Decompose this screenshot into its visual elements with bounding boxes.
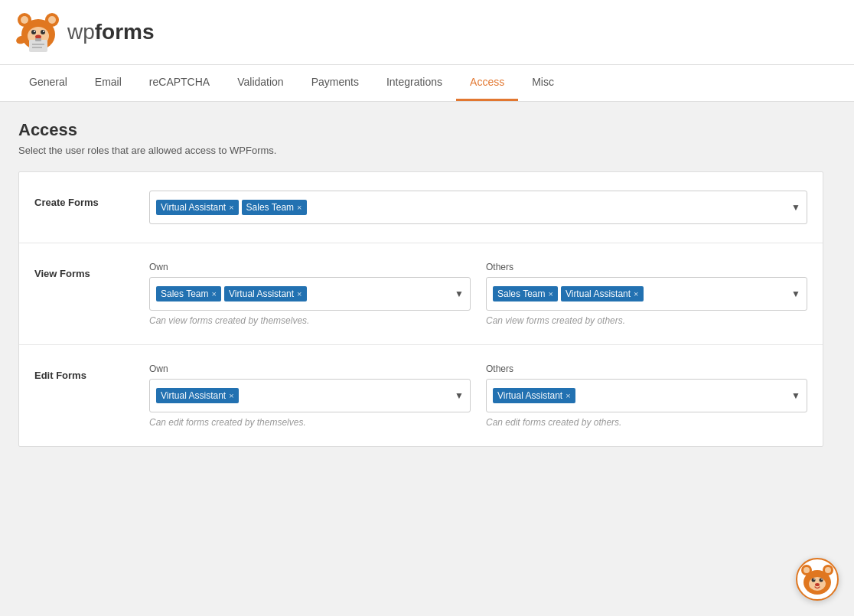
view-forms-own-select[interactable]: Sales Team × Virtual Assistant × ▼ <box>149 277 471 311</box>
create-forms-fields: Virtual Assistant × Sales Team × ▼ <box>149 191 807 224</box>
tab-misc[interactable]: Misc <box>518 65 568 101</box>
tag-close-virtual-assistant[interactable]: × <box>229 203 233 212</box>
tag-edit-others-virtual-assistant: Virtual Assistant × <box>493 388 575 403</box>
content-area: Access Select the user roles that are al… <box>0 102 842 465</box>
svg-rect-12 <box>29 40 47 52</box>
edit-forms-label: Edit Forms <box>34 363 134 381</box>
tag-close-edit-own-va[interactable]: × <box>229 391 233 400</box>
page-description: Select the user roles that are allowed a… <box>18 145 823 156</box>
svg-point-9 <box>43 31 44 32</box>
view-forms-others-select[interactable]: Sales Team × Virtual Assistant × ▼ <box>486 277 807 311</box>
create-forms-row: Create Forms Virtual Assistant × Sales T… <box>19 172 823 243</box>
logo: wpforms <box>15 9 155 55</box>
nav-tabs: General Email reCAPTCHA Validation Payme… <box>0 65 854 102</box>
view-forms-fields: Own Sales Team × Virtual Assistant × ▼ C… <box>149 262 807 326</box>
access-sections: Create Forms Virtual Assistant × Sales T… <box>18 171 823 447</box>
tab-access[interactable]: Access <box>456 65 518 101</box>
edit-forms-others-col: Others Virtual Assistant × ▼ Can edit fo… <box>486 363 807 428</box>
tag-view-own-virtual-assistant: Virtual Assistant × <box>224 286 307 301</box>
tab-recaptcha[interactable]: reCAPTCHA <box>135 65 223 101</box>
tag-edit-own-virtual-assistant: Virtual Assistant × <box>156 388 239 403</box>
edit-forms-others-sublabel: Others <box>486 363 807 374</box>
view-forms-others-hint: Can view forms created by others. <box>486 315 807 326</box>
view-forms-row: View Forms Own Sales Team × Virtual Assi… <box>19 243 823 345</box>
tag-close-edit-others-va[interactable]: × <box>566 391 570 400</box>
create-forms-label: Create Forms <box>34 191 134 208</box>
edit-own-dropdown-arrow: ▼ <box>455 390 464 401</box>
tab-email[interactable]: Email <box>81 65 135 101</box>
svg-point-8 <box>34 31 35 32</box>
logo-bear-icon <box>15 9 61 55</box>
tab-general[interactable]: General <box>15 65 81 101</box>
svg-point-3 <box>48 16 56 24</box>
edit-forms-row: Edit Forms Own Virtual Assistant × ▼ Can… <box>19 345 823 446</box>
tag-view-own-sales-team: Sales Team × <box>156 286 221 301</box>
tag-virtual-assistant: Virtual Assistant × <box>156 200 239 215</box>
tag-view-others-sales-team: Sales Team × <box>493 286 558 301</box>
tag-close-view-own-sales[interactable]: × <box>211 289 216 298</box>
view-forms-own-col: Own Sales Team × Virtual Assistant × ▼ C… <box>149 262 471 326</box>
svg-point-10 <box>35 35 41 39</box>
tab-validation[interactable]: Validation <box>223 65 297 101</box>
edit-others-dropdown-arrow: ▼ <box>791 390 800 401</box>
edit-forms-others-hint: Can edit forms created by others. <box>486 417 807 428</box>
tag-sales-team: Sales Team × <box>242 200 307 215</box>
tag-close-view-others-sales[interactable]: × <box>548 289 552 298</box>
create-forms-dropdown-arrow: ▼ <box>791 202 800 213</box>
svg-point-7 <box>41 30 45 34</box>
tag-view-others-virtual-assistant: Virtual Assistant × <box>561 286 644 301</box>
view-own-dropdown-arrow: ▼ <box>455 288 464 299</box>
view-forms-others-col: Others Sales Team × Virtual Assistant × … <box>486 262 807 326</box>
create-forms-select[interactable]: Virtual Assistant × Sales Team × ▼ <box>149 191 807 224</box>
header: wpforms <box>0 0 854 65</box>
edit-forms-fields: Own Virtual Assistant × ▼ Can edit forms… <box>149 363 807 428</box>
tab-integrations[interactable]: Integrations <box>373 65 456 101</box>
edit-forms-own-hint: Can edit forms created by themselves. <box>149 417 471 428</box>
page-title: Access <box>18 120 823 140</box>
view-forms-own-hint: Can view forms created by themselves. <box>149 315 471 326</box>
view-forms-others-sublabel: Others <box>486 262 807 272</box>
create-forms-field: Virtual Assistant × Sales Team × ▼ <box>149 191 807 224</box>
svg-point-2 <box>21 16 28 24</box>
edit-forms-others-select[interactable]: Virtual Assistant × ▼ <box>486 379 807 412</box>
edit-forms-own-select[interactable]: Virtual Assistant × ▼ <box>149 379 471 412</box>
view-others-dropdown-arrow: ▼ <box>791 288 800 299</box>
svg-rect-13 <box>35 38 41 41</box>
logo-text: wpforms <box>67 20 155 44</box>
view-forms-own-sublabel: Own <box>149 262 471 272</box>
tag-close-view-others-va[interactable]: × <box>634 289 638 298</box>
tag-close-sales-team[interactable]: × <box>297 203 302 212</box>
tab-payments[interactable]: Payments <box>298 65 373 101</box>
edit-forms-own-sublabel: Own <box>149 363 471 374</box>
edit-forms-own-col: Own Virtual Assistant × ▼ Can edit forms… <box>149 363 471 428</box>
svg-point-6 <box>31 30 36 34</box>
view-forms-label: View Forms <box>34 262 134 279</box>
tag-close-view-own-va[interactable]: × <box>297 289 302 298</box>
